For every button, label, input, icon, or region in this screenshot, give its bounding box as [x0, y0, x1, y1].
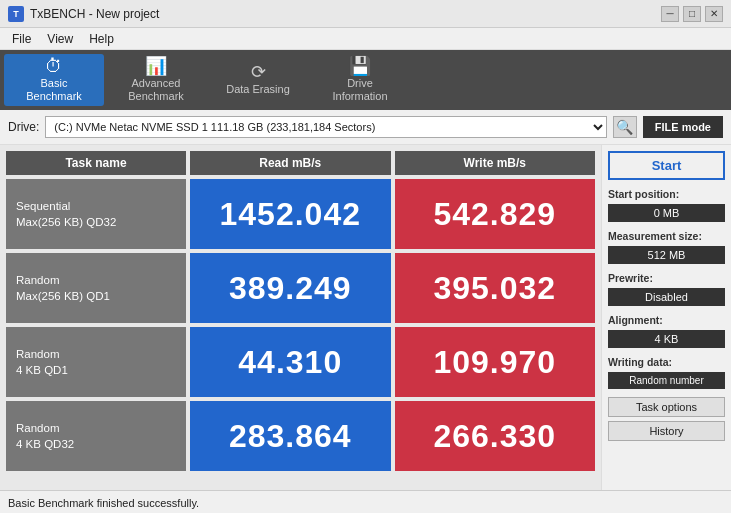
alignment-value: 4 KB	[608, 330, 725, 348]
drive-information-icon: 💾	[349, 57, 371, 75]
toolbar-btn-basic-benchmark[interactable]: ⏱ BasicBenchmark	[4, 54, 104, 106]
menu-bar: File View Help	[0, 28, 731, 50]
row3-label: Random 4 KB QD1	[6, 327, 186, 397]
basic-benchmark-label: BasicBenchmark	[26, 77, 82, 103]
app-icon: T	[8, 6, 24, 22]
right-panel: Start Start position: 0 MB Measurement s…	[601, 145, 731, 490]
alignment-label: Alignment:	[608, 314, 725, 326]
toolbar-btn-drive-information[interactable]: 💾 DriveInformation	[310, 54, 410, 106]
measurement-size-value: 512 MB	[608, 246, 725, 264]
task-options-button[interactable]: Task options	[608, 397, 725, 417]
row4-read: 283.864	[190, 401, 391, 471]
drive-row: Drive: (C:) NVMe Netac NVME SSD 1 111.18…	[0, 110, 731, 145]
advanced-benchmark-label: AdvancedBenchmark	[128, 77, 184, 103]
row3-read: 44.310	[190, 327, 391, 397]
title-text: TxBENCH - New project	[30, 7, 159, 21]
toolbar-btn-data-erasing[interactable]: ⟳ Data Erasing	[208, 54, 308, 106]
menu-help[interactable]: Help	[81, 30, 122, 48]
data-erasing-icon: ⟳	[251, 63, 266, 81]
toolbar: ⏱ BasicBenchmark 📊 AdvancedBenchmark ⟳ D…	[0, 50, 731, 110]
row1-label: Sequential Max(256 KB) QD32	[6, 179, 186, 249]
row2-read: 389.249	[190, 253, 391, 323]
row1-write: 542.829	[395, 179, 596, 249]
table-row: Random 4 KB QD32 283.864 266.330	[6, 401, 595, 471]
menu-view[interactable]: View	[39, 30, 81, 48]
status-bar: Basic Benchmark finished successfully.	[0, 490, 731, 513]
prewrite-value: Disabled	[608, 288, 725, 306]
writing-data-value: Random number	[608, 372, 725, 389]
minimize-button[interactable]: ─	[661, 6, 679, 22]
prewrite-label: Prewrite:	[608, 272, 725, 284]
history-button[interactable]: History	[608, 421, 725, 441]
row3-write: 109.970	[395, 327, 596, 397]
start-button[interactable]: Start	[608, 151, 725, 180]
title-bar: T TxBENCH - New project ─ □ ✕	[0, 0, 731, 28]
col-header-read: Read mB/s	[190, 151, 391, 175]
row4-write: 266.330	[395, 401, 596, 471]
drive-label: Drive:	[8, 120, 39, 134]
table-row: Random 4 KB QD1 44.310 109.970	[6, 327, 595, 397]
col-header-task: Task name	[6, 151, 186, 175]
advanced-benchmark-icon: 📊	[145, 57, 167, 75]
close-button[interactable]: ✕	[705, 6, 723, 22]
data-erasing-label: Data Erasing	[226, 83, 290, 96]
file-mode-button[interactable]: FILE mode	[643, 116, 723, 138]
benchmark-area: Task name Read mB/s Write mB/s Sequentia…	[0, 145, 601, 490]
row2-write: 395.032	[395, 253, 596, 323]
drive-refresh-button[interactable]: 🔍	[613, 116, 637, 138]
measurement-size-label: Measurement size:	[608, 230, 725, 242]
title-bar-controls: ─ □ ✕	[661, 6, 723, 22]
table-row: Sequential Max(256 KB) QD32 1452.042 542…	[6, 179, 595, 249]
start-position-label: Start position:	[608, 188, 725, 200]
row1-read: 1452.042	[190, 179, 391, 249]
table-header: Task name Read mB/s Write mB/s	[6, 151, 595, 175]
row4-label: Random 4 KB QD32	[6, 401, 186, 471]
drive-select[interactable]: (C:) NVMe Netac NVME SSD 1 111.18 GB (23…	[45, 116, 606, 138]
table-row: Random Max(256 KB) QD1 389.249 395.032	[6, 253, 595, 323]
basic-benchmark-icon: ⏱	[45, 57, 63, 75]
row2-label: Random Max(256 KB) QD1	[6, 253, 186, 323]
toolbar-btn-advanced-benchmark[interactable]: 📊 AdvancedBenchmark	[106, 54, 206, 106]
status-text: Basic Benchmark finished successfully.	[8, 497, 199, 509]
writing-data-label: Writing data:	[608, 356, 725, 368]
title-bar-left: T TxBENCH - New project	[8, 6, 159, 22]
col-header-write: Write mB/s	[395, 151, 596, 175]
main-content: Task name Read mB/s Write mB/s Sequentia…	[0, 145, 731, 490]
drive-information-label: DriveInformation	[332, 77, 387, 103]
start-position-value: 0 MB	[608, 204, 725, 222]
menu-file[interactable]: File	[4, 30, 39, 48]
maximize-button[interactable]: □	[683, 6, 701, 22]
